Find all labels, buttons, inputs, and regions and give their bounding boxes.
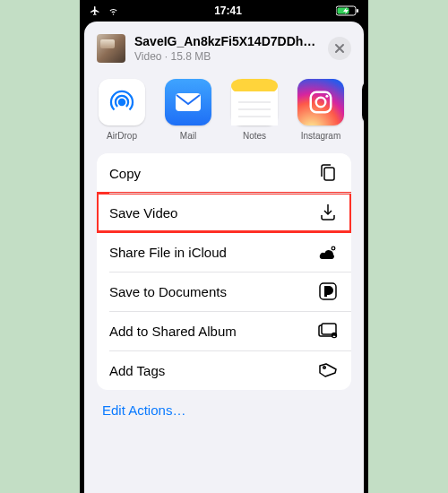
- airplane-mode-icon: [89, 5, 101, 16]
- edit-actions-link[interactable]: Edit Actions…: [84, 390, 364, 430]
- svg-rect-2: [357, 9, 358, 13]
- action-save-documents[interactable]: Save to Documents: [97, 272, 351, 311]
- file-name: SaveIG_An8kzFi5X14D7DDhXM…: [134, 34, 319, 48]
- share-target-notes[interactable]: Notes: [229, 79, 280, 141]
- share-target-instagram[interactable]: Instagram: [296, 79, 346, 141]
- svg-point-15: [332, 247, 334, 249]
- app-icon: [362, 79, 364, 125]
- share-target-label: AirDrop: [97, 131, 147, 141]
- file-thumbnail: [97, 34, 125, 63]
- action-label: Save to Documents: [109, 284, 227, 299]
- share-target-label: T: [362, 131, 364, 141]
- copy-icon: [317, 163, 339, 183]
- share-header: SaveIG_An8kzFi5X14D7DDhXM… Video · 15.8 …: [84, 22, 364, 74]
- action-copy[interactable]: Copy: [97, 153, 351, 193]
- action-label: Share File in iCloud: [109, 245, 227, 260]
- share-target-row: AirDrop Mail Notes Instagram: [84, 74, 364, 153]
- share-sheet: SaveIG_An8kzFi5X14D7DDhXM… Video · 15.8 …: [84, 22, 364, 493]
- shared-album-icon: [317, 323, 339, 339]
- airdrop-icon: [99, 79, 145, 125]
- tag-icon: [317, 362, 339, 378]
- svg-rect-6: [231, 91, 278, 125]
- svg-point-11: [316, 98, 326, 108]
- file-subtitle: Video · 15.8 MB: [134, 50, 319, 63]
- mail-icon: [165, 79, 211, 125]
- share-target-more[interactable]: T: [362, 79, 364, 141]
- instagram-icon: [297, 79, 344, 125]
- action-label: Save Video: [109, 205, 177, 221]
- svg-point-12: [325, 95, 328, 98]
- status-clock: 17:41: [214, 4, 242, 17]
- battery-icon: [336, 5, 359, 16]
- close-icon: [334, 43, 345, 54]
- share-target-label: Mail: [163, 131, 213, 141]
- action-share-icloud[interactable]: Share File in iCloud: [97, 232, 351, 272]
- share-target-label: Instagram: [296, 131, 346, 141]
- share-target-mail[interactable]: Mail: [163, 79, 213, 141]
- action-label: Copy: [109, 166, 141, 181]
- status-bar: 17:41: [80, 0, 368, 20]
- svg-rect-4: [176, 93, 201, 111]
- notes-icon: [231, 79, 278, 125]
- svg-rect-5: [231, 79, 278, 93]
- action-label: Add to Shared Album: [109, 324, 237, 339]
- action-add-tags[interactable]: Add Tags: [97, 350, 351, 390]
- documents-app-icon: [317, 282, 339, 300]
- close-button[interactable]: [328, 37, 351, 60]
- actions-list: Copy Save Video Share File in iCloud Sav…: [97, 153, 351, 390]
- share-target-label: Notes: [229, 131, 280, 141]
- wifi-icon: [107, 5, 120, 16]
- action-label: Add Tags: [109, 363, 165, 378]
- svg-point-3: [118, 99, 126, 107]
- download-icon: [317, 203, 339, 222]
- action-add-shared-album[interactable]: Add to Shared Album: [97, 311, 351, 350]
- action-save-video[interactable]: Save Video: [97, 193, 351, 232]
- svg-rect-13: [324, 168, 334, 180]
- share-target-airdrop[interactable]: AirDrop: [97, 79, 147, 141]
- icloud-share-icon: [317, 243, 339, 261]
- phone-frame: 17:41 SaveIG_An8kzFi5X14D7DDhXM… Video ·…: [80, 0, 368, 493]
- svg-point-21: [323, 367, 326, 369]
